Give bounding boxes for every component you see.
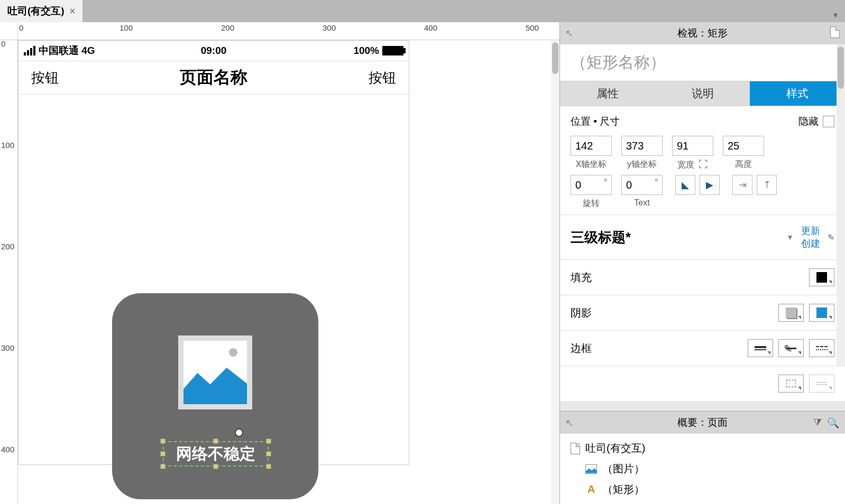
scrollbar-thumb[interactable] [552,42,558,74]
canvas-scrollbar[interactable] [551,40,559,504]
status-time: 09:00 [201,45,227,57]
scrollbar-thumb[interactable] [838,46,844,89]
style-preset-row: 三级标题* ▼ 更新 创建 ✎ [560,214,845,259]
rotate-handle[interactable] [235,428,243,437]
h-input[interactable] [723,136,764,156]
tab-bar: 吐司(有交互) × ▾ [0,0,845,22]
selected-text-shape[interactable]: 网络不稳定 [163,441,269,466]
tree-item-rect[interactable]: A （矩形） [560,479,845,500]
outline-title: 概要：页面 [677,416,728,430]
flip-vertical-icon[interactable]: ▶ [700,175,720,195]
style-preset-name: 三级标题* [571,228,631,247]
h-label: 高度 [735,159,752,170]
fill-color-swatch[interactable] [809,268,834,286]
outline-header: ↖ 概要：页面 ⧩ 🔍 [560,412,845,434]
tabs-dropdown-icon[interactable]: ▾ [828,7,843,22]
text-shape-icon: A [585,483,597,496]
tab-style[interactable]: 样式 [750,81,845,106]
ruler-tick: 300 [1,343,14,352]
toast-text: 网络不稳定 [163,441,269,466]
shadow-row: 阴影 [560,295,845,330]
pos-size-label: 位置 • 尺寸 [571,115,620,128]
panel-scrollbar[interactable] [837,44,845,367]
resize-handle[interactable] [160,464,166,469]
nav-left-button[interactable]: 按钮 [31,69,59,87]
new-page-icon[interactable] [830,26,840,41]
ruler-tick: 200 [1,242,14,251]
border-row: 边框 ✎ [560,330,845,366]
nav-title: 页面名称 [180,66,247,89]
tree-label: 吐司(有交互) [585,441,645,455]
inner-shadow-swatch[interactable] [809,304,834,322]
ruler-tick: 200 [221,23,234,32]
style-panel: 位置 • 尺寸 隐藏 X轴坐标 y轴坐标 宽度 ⛶ 高度 旋转 Text ◣ ▶ [560,106,845,214]
border-style-select[interactable] [809,339,834,357]
x-input[interactable] [571,136,612,156]
outline-panel: ↖ 概要：页面 ⧩ 🔍 吐司(有交互) （图片） A （矩形） [560,411,845,504]
rotation-label: 旋转 [583,198,600,209]
border-extra-row [560,366,845,401]
border-visibility-select[interactable] [778,375,804,393]
tab-attributes[interactable]: 属性 [560,81,655,106]
rotation-input[interactable] [571,175,612,195]
resize-handle[interactable] [160,451,166,456]
text-rotation-input[interactable] [621,175,663,195]
battery-icon [382,46,403,55]
style-preset-dropdown[interactable]: 三级标题* ▼ [571,228,794,247]
resize-handle[interactable] [266,464,271,469]
ruler-vertical[interactable]: 0 100 200 300 400 [0,40,18,504]
shape-name-input[interactable]: （矩形名称） [560,44,845,81]
resize-handle[interactable] [266,451,271,456]
fill-label: 填充 [571,270,592,285]
w-input[interactable] [672,136,713,156]
create-style-link[interactable]: 创建 [801,237,820,250]
nav-bar: 按钮 页面名称 按钮 [19,61,409,95]
resize-handle[interactable] [160,438,166,444]
image-placeholder[interactable] [178,335,252,409]
design-canvas[interactable]: 中国联通 4G 09:00 100% 按钮 页面名称 按钮 [18,40,559,504]
tree-root[interactable]: 吐司(有交互) [560,438,845,459]
inspector-title: 检视：矩形 [677,26,728,40]
update-style-link[interactable]: 更新 [801,225,820,237]
x-label: X轴坐标 [576,159,607,170]
border-color-select[interactable]: ✎ [778,339,804,357]
flip-horizontal-icon[interactable]: ◣ [675,175,695,195]
page-icon [571,443,580,454]
resize-handle[interactable] [266,438,271,444]
close-icon[interactable]: × [70,6,76,17]
corner-radius-select[interactable] [809,375,834,393]
chevron-down-icon: ▼ [786,233,794,241]
inspector-panel: ↖ 检视：矩形 （矩形名称） 属性 说明 样式 位置 • 尺寸 隐藏 X轴坐标 … [559,22,845,504]
toast-widget[interactable]: 网络不稳定 [112,293,318,499]
image-icon [585,464,597,474]
nav-right-button[interactable]: 按钮 [369,69,396,87]
y-input[interactable] [621,136,663,156]
inspector-header: ↖ 检视：矩形 [560,22,845,44]
autofit-height-icon[interactable]: ⤒ [757,175,777,195]
ruler-tick: 100 [120,23,133,32]
filter-icon[interactable]: ⧩ [813,417,822,429]
fill-row: 填充 [560,259,845,295]
collapse-icon[interactable]: ↖ [565,27,573,39]
tab-title: 吐司(有交互) [7,4,65,18]
edit-style-icon[interactable]: ✎ [828,232,834,242]
border-width-select[interactable] [748,339,773,357]
search-icon[interactable]: 🔍 [827,417,840,429]
page-tab[interactable]: 吐司(有交互) × [0,0,82,22]
resize-handle[interactable] [213,438,218,444]
lock-icon[interactable]: ⛶ [699,159,708,170]
ruler-tick: 0 [1,39,5,48]
collapse-icon[interactable]: ↖ [565,417,574,429]
battery-percent: 100% [353,45,379,57]
hide-label: 隐藏 [798,115,819,128]
canvas-area: 0 100 200 300 400 500 0 100 200 300 400 … [0,22,559,504]
tree-item-image[interactable]: （图片） [560,459,845,479]
hide-checkbox[interactable] [823,116,834,127]
tab-notes[interactable]: 说明 [655,81,750,106]
ruler-tick: 400 [424,23,437,32]
w-label: 宽度 ⛶ [677,159,708,171]
resize-handle[interactable] [213,464,218,469]
autofit-width-icon[interactable]: ⇥ [732,175,752,195]
ruler-horizontal[interactable]: 0 100 200 300 400 500 [18,22,559,40]
outer-shadow-swatch[interactable] [778,304,804,322]
